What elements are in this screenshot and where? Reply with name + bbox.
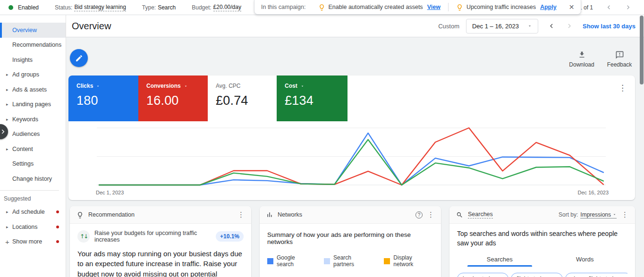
close-icon[interactable]: ✕ — [567, 2, 576, 12]
metric-label-text: Cost — [285, 83, 297, 89]
search-chip-flights-to-harare[interactable]: flights to harare — [511, 273, 563, 277]
sidebar-item-settings[interactable]: Settings — [0, 157, 66, 172]
pencil-icon — [75, 54, 83, 62]
search-chip-london-to-lagos[interactable]: london to lagos — [457, 273, 508, 277]
search-term-chips: london to lagosflights to hararecheap fl… — [457, 273, 627, 277]
previous-campaign-icon[interactable] — [605, 4, 612, 11]
tab-searches[interactable]: Searches — [457, 252, 542, 267]
date-range-value: Dec 1 – 16, 2023 — [472, 23, 519, 30]
vertical-scrollbar[interactable] — [640, 16, 644, 84]
previous-date-range-icon[interactable] — [548, 22, 555, 30]
legend-label: Google search — [277, 254, 314, 268]
expand-arrow-icon: ▸ — [6, 147, 8, 151]
notification-divider — [448, 3, 449, 11]
metric-card-avg-cpc[interactable]: Avg. CPC£0.74 — [208, 76, 274, 121]
bar-chart-icon — [266, 211, 273, 218]
search-chip-cheap-flights-to-lagos[interactable]: cheap flights to lagos — [565, 273, 627, 277]
sidebar-item-content[interactable]: ▸Content — [0, 142, 66, 157]
searches-card-title[interactable]: Searches — [468, 211, 493, 218]
campaign-status-chip[interactable]: Enabled — [8, 4, 39, 11]
metric-value: £0.74 — [216, 93, 274, 108]
next-date-range-icon[interactable] — [566, 22, 573, 30]
networks-legend: Google searchSearch partnersDisplay netw… — [267, 254, 433, 268]
page-title: Overview — [72, 21, 111, 32]
edit-campaign-fab[interactable] — [70, 49, 88, 67]
sidebar-item-locations[interactable]: ▸Locations — [0, 219, 66, 235]
next-campaign-icon[interactable] — [625, 4, 632, 11]
sidebar-item-overview[interactable]: Overview — [0, 23, 66, 38]
recommendation-menu-icon[interactable]: ⋮ — [237, 210, 245, 219]
main-content: Download Feedback Clicks180Conversions16… — [66, 37, 644, 277]
tab-words[interactable]: Words — [542, 252, 628, 267]
metric-label: Conversions — [146, 83, 208, 89]
performance-chart-card: Clicks180Conversions16.00Avg. CPC£0.74Co… — [68, 76, 635, 200]
uplift-badge: +10.1% — [216, 231, 244, 242]
budget-value[interactable]: £20.00/day — [213, 4, 241, 11]
sidebar-item-label: Landing pages — [12, 101, 51, 108]
sidebar-item-label: Insights — [12, 57, 33, 63]
sidebar-item-audiences[interactable]: Audiences — [0, 127, 66, 142]
legend-swatch — [267, 258, 273, 264]
series-line-clicks — [99, 133, 603, 185]
download-label: Download — [569, 61, 594, 68]
legend-swatch — [384, 258, 390, 264]
chevron-down-icon — [96, 84, 100, 88]
google-ads-campaign-overview: Enabled Status: Bid strategy learning Ty… — [0, 0, 644, 277]
notification-item: Enable automatically created assetsView — [313, 4, 446, 11]
sidebar-item-ad-schedule[interactable]: ▸Ad schedule — [0, 205, 66, 220]
date-range-selector[interactable]: Dec 1 – 16, 2023 — [466, 19, 538, 34]
searches-menu-icon[interactable]: ⋮ — [621, 210, 628, 219]
sidebar: OverviewRecommendationsInsights▸Ad group… — [0, 15, 66, 277]
status-value[interactable]: Bid strategy learning — [74, 4, 126, 11]
notification-dot-icon — [56, 226, 59, 228]
x-axis-start-label: Dec 1, 2023 — [96, 190, 124, 195]
sidebar-item-label: Ad groups — [12, 71, 39, 78]
metric-card-cost[interactable]: Cost£134 — [277, 76, 347, 121]
metric-card-conversions[interactable]: Conversions16.00 — [138, 76, 208, 121]
metric-label: Cost — [285, 83, 347, 89]
metric-value: £134 — [285, 93, 347, 108]
help-icon[interactable]: ? — [415, 211, 423, 218]
legend-label: Search partners — [333, 254, 373, 268]
view-link[interactable]: View — [427, 4, 441, 10]
chevron-down-icon — [184, 84, 188, 88]
metric-card-clicks[interactable]: Clicks180 — [68, 76, 138, 121]
notification-item: Upcoming traffic increasesApply — [450, 4, 562, 11]
sidebar-divider — [0, 190, 59, 191]
apply-link[interactable]: Apply — [540, 4, 557, 10]
expand-arrow-icon: ▸ — [6, 72, 8, 77]
notification-prefix: In this campaign: — [261, 4, 306, 10]
sidebar-item-change-history[interactable]: Change history — [0, 171, 66, 186]
campaign-notification-bar: In this campaign: Enable automatically c… — [254, 0, 581, 15]
sidebar-item-show-more[interactable]: +Show more — [0, 235, 66, 250]
networks-menu-icon[interactable]: ⋮ — [427, 210, 434, 219]
legend-label: Display network — [393, 254, 433, 268]
sidebar-item-label: Overview — [12, 27, 37, 34]
sidebar-item-recommendations[interactable]: Recommendations — [0, 38, 66, 53]
sidebar-suggested-label: Suggested — [0, 193, 66, 205]
searches-card: Searches Sort by: Impressions ⋮ Top sear… — [449, 206, 635, 277]
searches-description: Top searches and words within searches w… — [457, 229, 627, 248]
feedback-button[interactable]: Feedback — [602, 50, 636, 68]
sidebar-item-ad-groups[interactable]: ▸Ad groups — [0, 67, 66, 83]
sort-by-control: Sort by: Impressions — [559, 211, 617, 218]
budget-label: Budget: — [192, 4, 211, 11]
metric-label-text: Clicks — [76, 83, 93, 89]
recommendation-item-title[interactable]: Raise your budgets for upcoming traffic … — [94, 230, 211, 243]
metric-label: Avg. CPC — [216, 83, 274, 89]
sidebar-item-keywords[interactable]: ▸Keywords — [0, 112, 66, 127]
show-last-30-days-link[interactable]: Show last 30 days — [583, 23, 636, 30]
sort-by-selector[interactable]: Impressions — [580, 211, 617, 218]
expand-arrow-icon: ▸ — [6, 225, 8, 229]
chart-card-menu-icon[interactable]: ⋮ — [619, 83, 627, 92]
performance-line-chart[interactable] — [97, 125, 606, 188]
recommendation-card: Recommendation ⋮ ↑↓ Raise your budgets f… — [70, 206, 251, 277]
search-icon — [456, 211, 463, 218]
sidebar-item-ads-assets[interactable]: ▸Ads & assets — [0, 82, 66, 97]
sidebar-item-landing-pages[interactable]: ▸Landing pages — [0, 97, 66, 112]
sidebar-item-label: Locations — [12, 224, 38, 230]
type-label: Type: — [142, 4, 156, 11]
sidebar-item-insights[interactable]: Insights — [0, 52, 66, 67]
metric-value: 180 — [76, 93, 138, 108]
download-button[interactable]: Download — [565, 50, 599, 68]
